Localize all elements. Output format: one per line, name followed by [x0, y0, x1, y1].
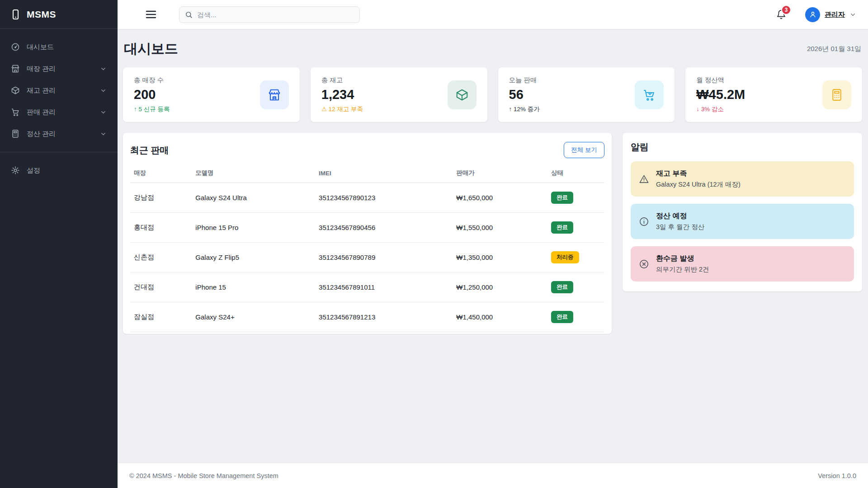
notification-count-badge: 3	[781, 5, 791, 15]
sidebar-item-label: 설정	[27, 166, 40, 175]
cell-model: Galaxy S24+	[192, 302, 315, 332]
alert-detail: 의무기간 위반 2건	[656, 265, 709, 274]
cell-model: iPhone 15	[192, 272, 315, 302]
cell-imei: 351234567891011	[315, 272, 453, 302]
calculator-icon	[11, 129, 20, 138]
stat-card-stores: 총 매장 수 200 ↑ 5 신규 등록	[123, 67, 300, 122]
cell-store: 잠실점	[130, 302, 192, 332]
sidebar-item-label: 매장 관리	[27, 65, 56, 73]
table-row: 홍대점 iPhone 15 Pro 351234567890456 ₩1,550…	[130, 213, 604, 243]
cell-imei: 351234567891213	[315, 302, 453, 332]
alert-refund: 환수금 발생 의무기간 위반 2건	[631, 246, 854, 282]
chevron-down-icon	[100, 131, 107, 137]
user-menu[interactable]: 관리자	[805, 7, 856, 22]
calculator-icon	[822, 80, 851, 109]
cell-store: 신촌점	[130, 243, 192, 272]
chevron-down-icon	[100, 87, 107, 94]
cell-model: Galaxy S24 Ultra	[192, 183, 315, 213]
sidebar-item-settlement[interactable]: 정산 관리	[0, 123, 118, 145]
stat-value: 56	[509, 87, 540, 102]
recent-sales-table: 매장 모델명 IMEI 판매가 상태 강남점 Galaxy S24 Ultra …	[130, 164, 604, 332]
status-badge: 완료	[551, 311, 573, 323]
user-name: 관리자	[825, 10, 845, 19]
alert-title: 환수금 발생	[656, 254, 709, 263]
sidebar-nav: 대시보드 매장 관리 재고 관리	[0, 29, 118, 181]
cell-store: 홍대점	[130, 213, 192, 243]
sidebar-item-stores[interactable]: 매장 관리	[0, 58, 118, 80]
cell-store: 건대점	[130, 272, 192, 302]
sidebar: MSMS 대시보드 매장 관리	[0, 0, 118, 488]
app-logo: MSMS	[0, 0, 118, 29]
cell-imei: 351234567890789	[315, 243, 453, 272]
col-header-status: 상태	[547, 164, 604, 183]
version-text: Version 1.0.0	[818, 472, 856, 479]
col-header-price: 판매가	[453, 164, 547, 183]
stat-change: ⚠ 12 재고 부족	[321, 105, 363, 113]
package-icon	[11, 86, 20, 95]
stat-cards: 총 매장 수 200 ↑ 5 신규 등록 총 재고 1,234 ⚠ 12 재고 …	[123, 67, 862, 122]
alert-title: 정산 예정	[656, 211, 704, 221]
view-all-button[interactable]: 전체 보기	[564, 142, 604, 158]
alerts-title: 알림	[631, 141, 854, 153]
storefront-icon	[260, 80, 289, 109]
status-badge: 완료	[551, 221, 573, 234]
topbar: 3 관리자	[118, 0, 868, 29]
alert-low-stock: 재고 부족 Galaxy S24 Ultra (12개 매장)	[631, 161, 854, 197]
alert-detail: 3일 후 월간 정산	[656, 223, 704, 231]
cell-price: ₩1,650,000	[453, 183, 547, 213]
stat-change: ↑ 12% 증가	[509, 105, 540, 113]
cell-imei: 351234567890123	[315, 183, 453, 213]
sidebar-item-dashboard[interactable]: 대시보드	[0, 36, 118, 58]
cell-price: ₩1,450,000	[453, 302, 547, 332]
alert-detail: Galaxy S24 Ultra (12개 매장)	[656, 180, 741, 189]
stat-change: ↑ 5 신규 등록	[134, 105, 170, 113]
recent-sales-panel: 최근 판매 전체 보기 매장 모델명 IMEI 판매가 상태	[123, 133, 612, 334]
sidebar-item-inventory[interactable]: 재고 관리	[0, 80, 118, 101]
table-row: 강남점 Galaxy S24 Ultra 351234567890123 ₩1,…	[130, 183, 604, 213]
avatar	[805, 7, 820, 22]
col-header-model: 모델명	[192, 164, 315, 183]
warning-triangle-icon	[639, 174, 649, 184]
stat-value: 1,234	[321, 87, 363, 102]
smartphone-icon	[10, 9, 21, 20]
cell-price: ₩1,250,000	[453, 272, 547, 302]
sidebar-divider	[0, 152, 118, 152]
stat-card-monthly-settlement: 월 정산액 ₩45.2M ↓ 3% 감소	[685, 67, 862, 122]
status-badge: 완료	[551, 281, 573, 293]
sidebar-item-label: 재고 관리	[27, 86, 56, 95]
chevron-down-icon	[100, 66, 107, 72]
sidebar-item-sales[interactable]: 판매 관리	[0, 101, 118, 123]
stat-change: ↓ 3% 감소	[696, 105, 745, 113]
stat-label: 오늘 판매	[509, 76, 540, 84]
sidebar-item-settings[interactable]: 설정	[0, 160, 118, 181]
dashboard-gauge-icon	[11, 42, 20, 52]
copyright-text: © 2024 MSMS - Mobile Store Management Sy…	[129, 472, 278, 479]
main-content: 대시보드 2026년 01월 31일 총 매장 수 200 ↑ 5 신규 등록	[118, 29, 868, 463]
sidebar-item-label: 정산 관리	[27, 130, 56, 138]
search-box	[179, 6, 360, 23]
cart-icon	[11, 108, 20, 117]
stat-card-inventory: 총 재고 1,234 ⚠ 12 재고 부족	[311, 67, 487, 122]
alert-settlement-due: 정산 예정 3일 후 월간 정산	[631, 204, 854, 239]
info-circle-icon	[639, 216, 649, 227]
notifications-button[interactable]: 3	[776, 9, 786, 19]
cell-store: 강남점	[130, 183, 192, 213]
cell-model: Galaxy Z Flip5	[192, 243, 315, 272]
footer: © 2024 MSMS - Mobile Store Management Sy…	[118, 463, 868, 488]
cart-check-icon	[635, 80, 664, 109]
cell-price: ₩1,350,000	[453, 243, 547, 272]
stat-card-today-sales: 오늘 판매 56 ↑ 12% 증가	[498, 67, 675, 122]
page-title: 대시보드	[124, 40, 178, 58]
search-input[interactable]	[197, 11, 354, 19]
col-header-imei: IMEI	[315, 164, 453, 183]
menu-toggle-button[interactable]	[144, 8, 158, 21]
cell-model: iPhone 15 Pro	[192, 213, 315, 243]
package-icon	[448, 80, 476, 109]
sidebar-item-label: 대시보드	[27, 43, 54, 52]
chevron-down-icon	[100, 109, 107, 116]
search-icon	[185, 11, 193, 19]
cell-price: ₩1,550,000	[453, 213, 547, 243]
col-header-store: 매장	[130, 164, 192, 183]
x-circle-icon	[639, 259, 649, 269]
stat-value: ₩45.2M	[696, 87, 745, 102]
